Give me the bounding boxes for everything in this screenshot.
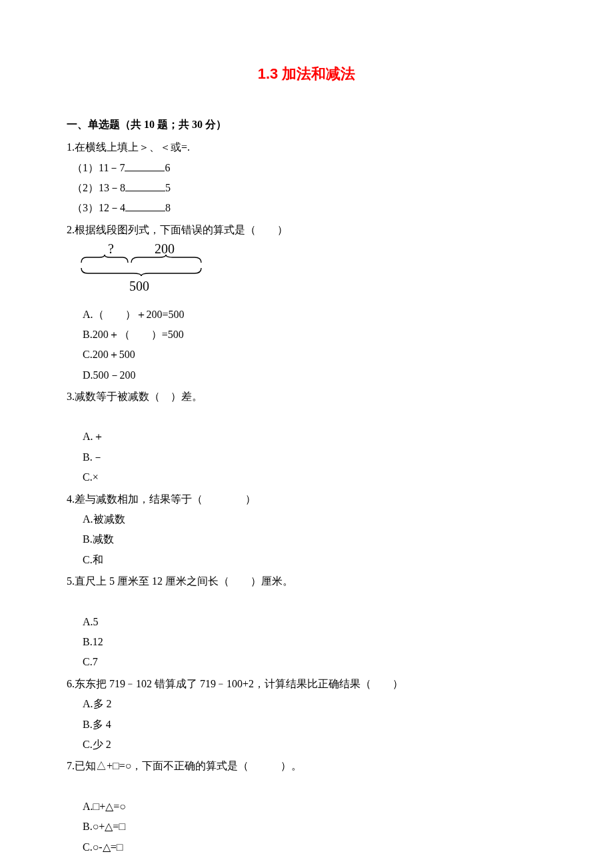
- q7-option-b[interactable]: B.○+△=□: [67, 817, 546, 837]
- q1-p2-suffix: 5: [165, 182, 171, 193]
- diagram-question-label: ?: [108, 243, 114, 256]
- question-2: 2.根据线段图列式，下面错误的算式是（ ） ? 200 500 A.（ ）＋20…: [67, 220, 546, 385]
- q1-p3-prefix: （3）12－4: [72, 202, 125, 213]
- document-title: 1.3 加法和减法: [67, 60, 546, 88]
- q5-option-b[interactable]: B.12: [67, 632, 546, 652]
- diagram-top-label: 200: [155, 243, 175, 256]
- q1-part2: （2）13－85: [67, 178, 546, 198]
- question-1: 1.在横线上填上＞、＜或=. （1）11－76 （2）13－85 （3）12－4…: [67, 137, 546, 219]
- q1-p2-prefix: （2）13－8: [72, 182, 125, 193]
- q3-option-a[interactable]: A.＋: [67, 427, 546, 447]
- question-3: 3.减数等于被减数（ ）差。 A.＋ B.－ C.×: [67, 387, 546, 488]
- q1-blank2[interactable]: [125, 191, 165, 191]
- q4-option-a[interactable]: A.被减数: [67, 509, 546, 529]
- q2-option-d[interactable]: D.500－200: [67, 365, 546, 385]
- q3-stem: 3.减数等于被减数（ ）差。: [67, 387, 546, 407]
- q5-option-c[interactable]: C.7: [67, 652, 546, 672]
- question-7: 7.已知△+□=○，下面不正确的算式是（ ）。 A.□+△=○ B.○+△=□ …: [67, 756, 546, 857]
- q1-blank3[interactable]: [125, 211, 165, 211]
- segment-diagram-svg: ? 200 500: [75, 243, 211, 295]
- q1-blank1[interactable]: [125, 171, 165, 171]
- diagram-bottom-label: 500: [129, 279, 149, 293]
- q1-part3: （3）12－48: [67, 198, 546, 218]
- q5-stem: 5.直尺上 5 厘米至 12 厘米之间长（ ）厘米。: [67, 571, 546, 591]
- brace-left-down: [81, 255, 128, 263]
- section-heading: 一、单选题（共 10 题；共 30 分）: [67, 115, 546, 135]
- q4-option-b[interactable]: B.减数: [67, 529, 546, 549]
- q3-option-c[interactable]: C.×: [67, 467, 546, 487]
- q7-option-c[interactable]: C.○-△=□: [67, 837, 546, 857]
- q2-stem: 2.根据线段图列式，下面错误的算式是（ ）: [67, 220, 546, 240]
- q2-diagram: ? 200 500: [67, 243, 546, 301]
- question-6: 6.东东把 719﹣102 错算成了 719﹣100+2，计算结果比正确结果（ …: [67, 674, 546, 755]
- q1-p1-prefix: （1）11－7: [72, 162, 125, 173]
- q4-option-c[interactable]: C.和: [67, 550, 546, 570]
- q3-option-b[interactable]: B.－: [67, 447, 546, 467]
- brace-bottom-up: [81, 268, 201, 276]
- brace-right-down: [131, 255, 201, 263]
- q1-p1-suffix: 6: [165, 162, 170, 173]
- q1-stem: 1.在横线上填上＞、＜或=.: [67, 137, 546, 157]
- q7-option-a[interactable]: A.□+△=○: [67, 797, 546, 817]
- q5-option-a[interactable]: A.5: [67, 612, 546, 632]
- question-4: 4.差与减数相加，结果等于（ ） A.被减数 B.减数 C.和: [67, 489, 546, 571]
- q6-option-b[interactable]: B.多 4: [67, 715, 546, 735]
- q2-option-c[interactable]: C.200＋500: [67, 345, 546, 365]
- q6-stem: 6.东东把 719﹣102 错算成了 719﹣100+2，计算结果比正确结果（ …: [67, 674, 546, 694]
- q7-stem: 7.已知△+□=○，下面不正确的算式是（ ）。: [67, 756, 546, 776]
- q1-p3-suffix: 8: [165, 202, 171, 213]
- q2-option-a[interactable]: A.（ ）＋200=500: [67, 305, 546, 325]
- q4-stem: 4.差与减数相加，结果等于（ ）: [67, 489, 546, 509]
- q6-option-c[interactable]: C.少 2: [67, 735, 546, 755]
- question-5: 5.直尺上 5 厘米至 12 厘米之间长（ ）厘米。 A.5 B.12 C.7: [67, 571, 546, 673]
- q1-part1: （1）11－76: [67, 158, 546, 178]
- q2-option-b[interactable]: B.200＋（ ）=500: [67, 325, 546, 345]
- q6-option-a[interactable]: A.多 2: [67, 694, 546, 714]
